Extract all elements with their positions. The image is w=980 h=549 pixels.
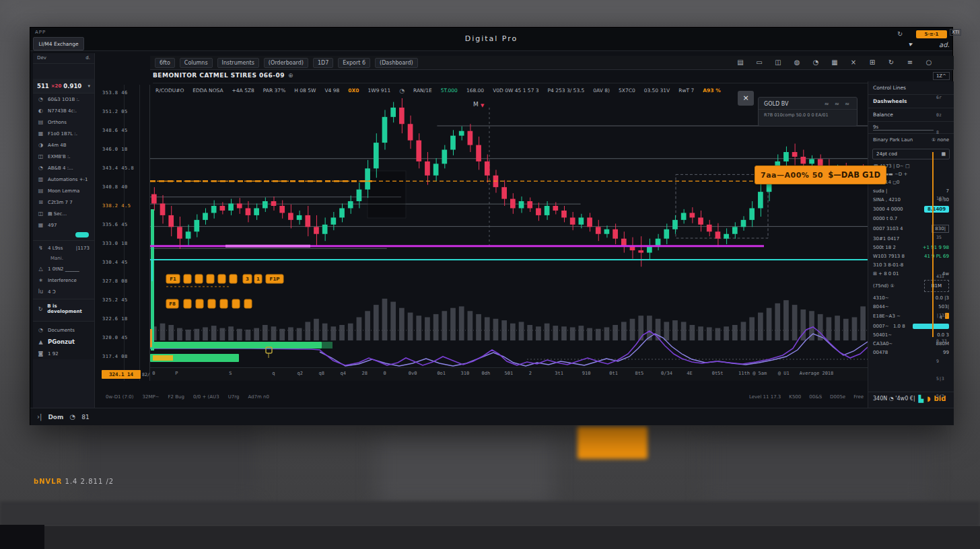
info-circle-icon[interactable]: ⊕: [288, 72, 293, 79]
footer-link-r4[interactable]: Free: [853, 394, 864, 400]
price-axis[interactable]: 353.8 46351.2 05348.6 45346.0 18343.4 45…: [100, 85, 150, 381]
toolbar-badge[interactable]: 1Z^: [933, 72, 950, 80]
desktop-dark-block: [0, 525, 44, 549]
record-icon[interactable]: ◍: [791, 57, 803, 68]
sidebar-item-0[interactable]: ◔60&3 1O1B :.: [33, 94, 94, 105]
tab-0[interactable]: 6fto: [155, 58, 175, 68]
sidebar-bottom-0[interactable]: ◔Documents: [33, 324, 94, 336]
sidebar-item-3[interactable]: ▦F1o0 1B7L :.: [33, 128, 94, 139]
grid-icon[interactable]: ⊞: [866, 57, 878, 68]
time-label-5: q8: [319, 371, 324, 376]
sidebar-item-10[interactable]: ◫▤ Sec...: [33, 208, 94, 219]
refresh-icon[interactable]: ↻: [897, 30, 903, 38]
progress-bar-0: [150, 342, 322, 349]
footer-link-l4[interactable]: U7rg: [228, 394, 240, 400]
chart-svg: F131F1PF8M▼: [150, 98, 868, 367]
crosshair-tool-button[interactable]: ×: [738, 91, 754, 106]
info-segment-15: 5X7C0: [619, 87, 635, 94]
tab-3[interactable]: (Orderboard): [264, 58, 308, 68]
gauge-icon: ◐: [38, 108, 44, 114]
footer-link-r1[interactable]: K500: [789, 394, 801, 400]
sidebar2-item-0[interactable]: △1 0tN2 ______: [33, 263, 94, 274]
sidebar2-item-2[interactable]: lu4 Ɔ: [33, 286, 94, 297]
sidebar-item-6[interactable]: ◔AB&B 4 :...: [33, 162, 94, 174]
panel-row-12[interactable]: 8044~503|: [868, 302, 954, 311]
price-label-3: 346.0 18: [102, 147, 149, 152]
sidebar-item-4[interactable]: ◑A4m 4B: [33, 139, 94, 151]
sidebar-item-5[interactable]: ◫EXMB'B :.: [33, 151, 94, 162]
sidebar-section2-header[interactable]: ↯ 4 L9ss |1173: [33, 242, 94, 254]
footer-link-l1[interactable]: 32MP~: [143, 394, 160, 400]
time-label-4: q2: [298, 371, 303, 376]
brush-icon[interactable]: ▤: [734, 57, 746, 68]
info-segment-11: 168.00: [466, 87, 484, 94]
sidebar-item-1[interactable]: ◐N7743B 4c:.: [33, 105, 94, 116]
time-label-19: 0/34: [661, 371, 672, 376]
footer-link-l3[interactable]: 0/0 + (AU3: [193, 394, 219, 400]
sidebar-item-11[interactable]: ▦497: [33, 219, 94, 231]
panel-row-7[interactable]: W103 7913 841 9 PL 69: [868, 252, 954, 260]
tab-2[interactable]: Instruments: [217, 58, 259, 68]
panel-row-0[interactable]: suda |7: [868, 186, 954, 195]
statusbar-value: 81: [81, 414, 89, 420]
sidebar-item-2[interactable]: ▤Orthons: [33, 116, 94, 128]
time-axis[interactable]: 0PSqq2q8q42800v00o13100dh50123t19100t18t…: [150, 367, 868, 381]
sidebar-bottom-2[interactable]: ◙1 92: [33, 348, 94, 359]
info-segment-6: 0X0: [348, 87, 359, 94]
time-label-23: @ U1: [778, 371, 790, 376]
footer-link-l2[interactable]: F2 Bug: [168, 394, 184, 400]
collapse-icon[interactable]: ›|: [37, 413, 42, 420]
home-icon: △: [38, 266, 44, 272]
tab-4[interactable]: 1D7: [313, 58, 333, 68]
panel-row-2[interactable]: 3000 4 00008.1409: [868, 204, 954, 214]
tab-6[interactable]: (Dashboard): [375, 58, 418, 68]
sidebar-item-8[interactable]: ▤Moon Lemma: [33, 185, 94, 196]
panel-row-8[interactable]: 310 3 8-01-8: [868, 260, 954, 269]
menu-icon[interactable]: ≡: [904, 57, 916, 68]
panel-row-11[interactable]: 4310~0.0 |3: [868, 293, 954, 302]
indicator-dropdown[interactable]: GOLD BV ≈ ≈ ≈ R7B 010comp 50.0 0 0 EA/01: [758, 97, 858, 126]
sidebar-ticker[interactable]: 511 ×20 0.910 ▾: [33, 79, 94, 94]
statusbar-label: Dom: [48, 414, 63, 420]
footer-link-l5[interactable]: Ad7m n0: [248, 394, 269, 400]
panel-row-6[interactable]: 500t 18 2+1 91 9 98: [868, 243, 954, 252]
panel-row-14[interactable]: 0007~1.0 8: [868, 322, 954, 330]
search-action[interactable]: d.: [85, 55, 90, 61]
dot-icon[interactable]: ○: [923, 57, 935, 68]
chart-mini-icon[interactable]: ▙: [919, 395, 924, 402]
sidebar-bottom-1[interactable]: ▲PGonzut: [33, 336, 94, 348]
panel-row-17[interactable]: 0047899: [868, 348, 954, 357]
tab-1[interactable]: Columns: [180, 58, 213, 68]
sidebar2-item-1[interactable]: ∗Interference: [33, 274, 94, 286]
panel-header-1[interactable]: Control Lines: [868, 81, 954, 95]
sidebar-item-7[interactable]: ▥Automations +-1: [33, 174, 94, 185]
titlebar-pill-button[interactable]: 5·≡·1: [916, 30, 947, 38]
footer-link-r3[interactable]: D005e: [830, 394, 845, 400]
window-icon[interactable]: ◫: [772, 57, 784, 68]
panel-search-field[interactable]: 24pt cod ▦: [872, 149, 950, 159]
chevron-down-icon[interactable]: ▾: [88, 83, 90, 89]
panel-row-10[interactable]: (75nd) ①B1M: [868, 278, 954, 293]
price-alert-label[interactable]: 7aa—A00% 50 $—DAB G1D: [755, 166, 886, 184]
sidebar-search[interactable]: Dev d.: [33, 53, 94, 64]
bid-icon[interactable]: ◗: [927, 395, 930, 402]
svg-text:F1: F1: [170, 277, 176, 282]
titlebar-box[interactable]: XTI: [950, 29, 961, 36]
panel-icon[interactable]: ▦: [829, 57, 841, 68]
sidebar-item-9[interactable]: ⊞C2t3m 7 7: [33, 196, 94, 208]
footer-link-l0[interactable]: 0w-D1 (7:0): [106, 394, 134, 400]
sidebar-dev-row[interactable]: ↻ B is development: [33, 301, 94, 317]
clock-icon[interactable]: ◔: [810, 57, 822, 68]
footer-link-r2[interactable]: 00&S: [809, 394, 822, 400]
tab-5[interactable]: Export 6: [338, 58, 370, 68]
close-icon[interactable]: ×: [847, 57, 860, 68]
sidebar-toggle[interactable]: [75, 232, 89, 237]
panel-row-3[interactable]: 0000 t 0.7: [868, 214, 954, 223]
footer-link-r0[interactable]: Level 11 17.3: [749, 394, 781, 400]
refresh-icon[interactable]: ↻: [885, 57, 897, 68]
monitor-icon[interactable]: ▭: [753, 57, 765, 68]
panel-row-4[interactable]: 0007 3103 4830|: [868, 223, 954, 234]
time-label-18: 8t5: [635, 371, 644, 376]
chart-plot[interactable]: F131F1PF8M▼: [150, 98, 868, 367]
calendar-icon: ⊞: [38, 199, 44, 205]
